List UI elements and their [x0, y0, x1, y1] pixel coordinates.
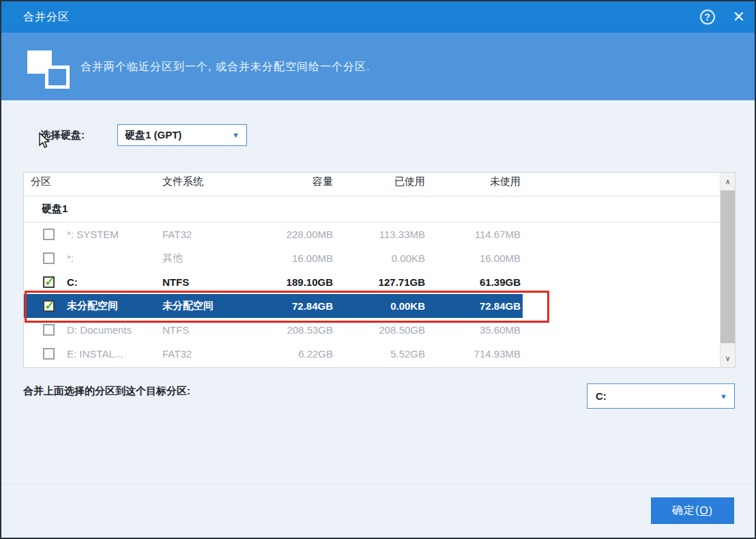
table-row[interactable]: ✓ C: NTFS 189.10GB 127.71GB 61.39GB	[24, 270, 720, 294]
partition-fs: 其他	[160, 252, 249, 265]
disk-group-header: 硬盘1	[24, 196, 720, 222]
title-bar: 合并分区 ? ✕	[1, 1, 755, 33]
partition-unused: 114.67MB	[425, 229, 521, 240]
partition-name: *:	[58, 252, 160, 264]
partition-unused: 16.00MB	[425, 252, 521, 264]
target-partition-label: 合并上面选择的分区到这个目标分区:	[23, 385, 190, 398]
row-checkbox-checked[interactable]: ✓	[43, 300, 55, 312]
partition-fs: 未分配空间	[160, 300, 249, 312]
col-header-used[interactable]: 已使用	[333, 175, 425, 188]
table-row[interactable]: ✓ E: INSTAL... FAT32 6.22GB 5.52GB 714.9…	[24, 342, 720, 366]
partition-fs: FAT32	[160, 348, 249, 360]
partition-fs: FAT32	[160, 229, 249, 240]
table-row-selected[interactable]: ✓ 未分配空间 未分配空间 72.84GB 0.00KB 72.84GB	[24, 294, 720, 318]
row-checkbox-checked[interactable]: ✓	[43, 276, 55, 288]
col-header-partition[interactable]: 分区	[24, 175, 160, 188]
partition-name: D: Documents	[58, 324, 160, 336]
table-header-row: 分区 文件系统 容量 已使用 未使用	[24, 173, 720, 196]
partition-fs: NTFS	[160, 276, 249, 288]
scrollbar-track[interactable]	[721, 190, 735, 349]
partition-capacity: 6.22GB	[249, 348, 333, 360]
partition-fs: NTFS	[160, 324, 249, 336]
partition-unused: 714.93MB	[425, 348, 521, 360]
partition-name: E: INSTAL...	[58, 348, 160, 360]
disk-select-value: 硬盘1 (GPT)	[125, 129, 181, 142]
col-header-filesystem[interactable]: 文件系统	[160, 175, 249, 188]
row-checkbox[interactable]: ✓	[43, 229, 55, 240]
scroll-up-icon[interactable]: ∧	[721, 173, 735, 190]
disk-selector-label: 选择硬盘:	[40, 129, 85, 142]
ok-button[interactable]: 确定(O)	[651, 497, 734, 524]
partition-capacity: 72.84GB	[249, 300, 333, 312]
partition-used: 0.00KB	[333, 300, 425, 312]
scroll-down-icon[interactable]: ∨	[721, 349, 735, 367]
partition-capacity: 208.53GB	[249, 324, 333, 336]
merge-partition-dialog: 合并分区 ? ✕ 合并两个临近分区到一个, 或合并未分配空间给一个分区. 选择硬…	[0, 0, 756, 539]
row-checkbox[interactable]: ✓	[43, 348, 55, 360]
close-icon[interactable]: ✕	[733, 10, 745, 25]
row-checkbox[interactable]: ✓	[43, 252, 55, 264]
partition-unused: 61.39GB	[425, 276, 521, 288]
partition-capacity: 228.00MB	[249, 229, 333, 240]
partition-name: C:	[58, 276, 160, 288]
partition-capacity: 16.00MB	[249, 252, 333, 264]
banner-description: 合并两个临近分区到一个, 或合并未分配空间给一个分区.	[81, 60, 370, 74]
help-icon[interactable]: ?	[700, 10, 715, 25]
partition-name: *: SYSTEM	[58, 229, 160, 240]
table-row[interactable]: ✓ D: Documents NTFS 208.53GB 208.50GB 35…	[24, 318, 720, 342]
partition-capacity: 189.10GB	[249, 276, 333, 288]
disk-select-dropdown[interactable]: 硬盘1 (GPT) ▼	[117, 124, 247, 146]
partition-table: 分区 文件系统 容量 已使用 未使用 硬盘1 ✓ *: SYSTEM FAT32…	[23, 172, 736, 368]
partition-used: 127.71GB	[333, 276, 425, 288]
partition-used: 5.52GB	[333, 348, 425, 360]
col-header-capacity[interactable]: 容量	[249, 175, 333, 188]
target-partition-dropdown[interactable]: C: ▼	[587, 383, 735, 409]
footer-divider	[1, 484, 755, 484]
dialog-title: 合并分区	[23, 10, 70, 25]
merge-partitions-icon	[27, 50, 72, 91]
scrollbar-thumb[interactable]	[721, 190, 735, 343]
partition-name: 未分配空间	[58, 300, 160, 312]
partition-used: 113.33MB	[333, 229, 425, 240]
vertical-scrollbar[interactable]: ∧ ∨	[720, 173, 735, 367]
row-checkbox[interactable]: ✓	[43, 324, 55, 336]
partition-unused: 72.84GB	[425, 300, 521, 312]
chevron-down-icon: ▼	[720, 392, 727, 400]
partition-used: 208.50GB	[333, 324, 425, 336]
table-row[interactable]: ✓ *: SYSTEM FAT32 228.00MB 113.33MB 114.…	[24, 222, 720, 246]
partition-table-body: 分区 文件系统 容量 已使用 未使用 硬盘1 ✓ *: SYSTEM FAT32…	[24, 173, 720, 367]
partition-unused: 35.60MB	[425, 324, 521, 336]
chevron-down-icon: ▼	[232, 131, 239, 139]
banner: 合并两个临近分区到一个, 或合并未分配空间给一个分区.	[1, 33, 755, 100]
table-row[interactable]: ✓ *: 其他 16.00MB 0.00KB 16.00MB	[24, 246, 720, 270]
target-partition-value: C:	[596, 390, 607, 402]
titlebar-controls: ? ✕	[700, 1, 745, 33]
col-header-unused[interactable]: 未使用	[425, 175, 521, 188]
partition-used: 0.00KB	[333, 252, 425, 264]
